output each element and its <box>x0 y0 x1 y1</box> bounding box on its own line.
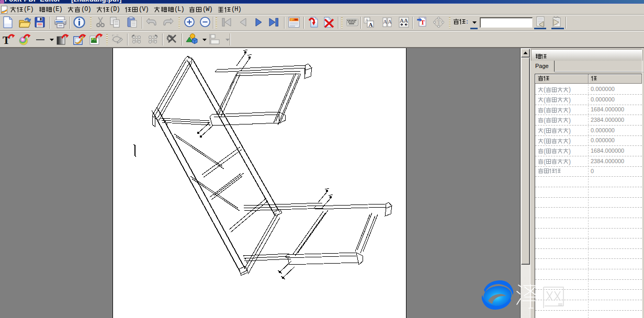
svg-text:A: A <box>369 21 373 28</box>
svg-text:A: A <box>383 19 388 25</box>
svg-text:A: A <box>388 19 392 25</box>
svg-text:AA: AA <box>400 17 408 24</box>
svg-text:T: T <box>437 19 441 26</box>
